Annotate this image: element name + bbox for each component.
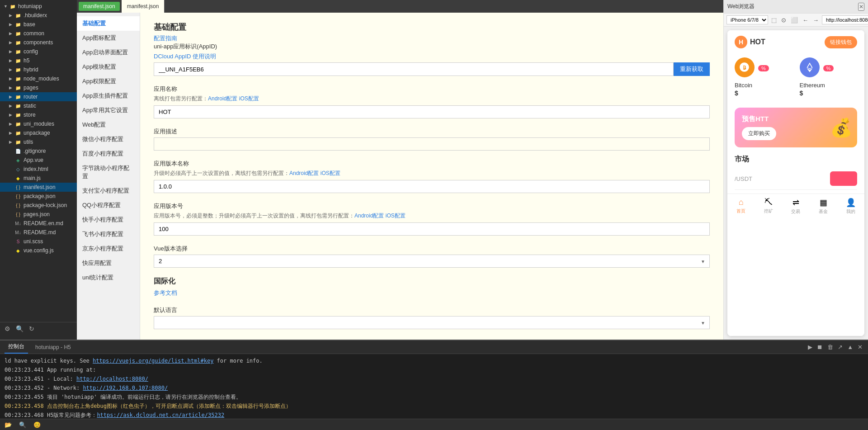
tree-item-router[interactable]: ▶ 📁 router xyxy=(0,92,77,101)
device-select[interactable]: iPhone 6/7/8 iPhone X iPad xyxy=(726,15,768,24)
tree-item-vue-config-js[interactable]: ▶ ◆ vue.config.js xyxy=(0,246,77,255)
console-close-btn[interactable]: ✕ xyxy=(857,343,863,351)
version-ios-link[interactable]: iOS配置 xyxy=(321,170,340,176)
tree-item-manifest-json[interactable]: ▶ { } manifest.json xyxy=(0,183,77,192)
tree-item-app-vue[interactable]: ▶ ◈ App.vue xyxy=(0,156,77,165)
tree-item-base[interactable]: ▶ 📁 base xyxy=(0,20,77,29)
tree-item-config[interactable]: ▶ 📁 config xyxy=(0,47,77,56)
tree-item-h5[interactable]: ▶ 📁 h5 xyxy=(0,56,77,65)
config-nav-item-jd[interactable]: 京东小程序配置 xyxy=(77,241,140,256)
bitcoin-item: % Bitcoin $ xyxy=(735,57,793,97)
browser-close-btn[interactable]: ✕ xyxy=(858,3,864,11)
tab-manifest[interactable]: manifest.json xyxy=(122,0,165,13)
tree-item-hbuilderx[interactable]: ▶ 📁 .hbuilderx xyxy=(0,11,77,20)
appid-link[interactable]: DCloud AppID 使用说明 xyxy=(154,53,216,60)
config-nav-item-alipay[interactable]: 支付宝小程序配置 xyxy=(77,184,140,198)
market-buy-btn[interactable] xyxy=(830,171,857,186)
tree-item-utils[interactable]: ▶ 📁 utils xyxy=(0,137,77,146)
browser-back-btn[interactable]: ← xyxy=(801,16,810,24)
tree-item-uni-scss[interactable]: ▶ S uni.scss xyxy=(0,237,77,246)
console-tab[interactable]: 控制台 xyxy=(5,340,28,354)
config-nav-item-permissions[interactable]: App权限配置 xyxy=(77,74,140,89)
nav-item-profile[interactable]: 👤 我的 xyxy=(837,198,864,215)
toolbar-search-bottom-btn[interactable]: 🔍 xyxy=(17,421,28,429)
filetree-settings-btn[interactable]: ⚙ xyxy=(4,324,11,333)
tree-item-gitignore[interactable]: ▶ 📄 .gitignore xyxy=(0,146,77,156)
appid-label: uni-app应用标识(AppID) xyxy=(154,43,710,51)
appdesc-input[interactable] xyxy=(154,137,710,151)
i18n-link[interactable]: 参考文档 xyxy=(154,289,177,296)
config-nav-item-basic[interactable]: 基础配置 xyxy=(77,16,140,31)
console-link-faq[interactable]: https://ask.dcloud.net.cn/article/35232 xyxy=(97,412,224,418)
config-nav-item-feishu[interactable]: 飞书小程序配置 xyxy=(77,227,140,241)
appversion-label: 应用版本名称 xyxy=(154,160,710,168)
tree-item-main-js[interactable]: ▶ ◆ main.js xyxy=(0,174,77,183)
config-nav-item-web[interactable]: Web配置 xyxy=(77,118,140,132)
tree-item-index-html[interactable]: ▶ ◇ index.html xyxy=(0,165,77,174)
config-nav-item-wechat[interactable]: 微信小程序配置 xyxy=(77,132,140,146)
console-collapse-btn[interactable]: ▲ xyxy=(846,343,854,351)
console-link-local[interactable]: http://localhost:8080/ xyxy=(76,376,148,382)
appname-input[interactable] xyxy=(154,105,710,118)
config-nav-item-qq[interactable]: QQ小程序配置 xyxy=(77,198,140,213)
console-external-btn[interactable]: ↗ xyxy=(837,343,844,351)
tree-root[interactable]: ▼ 📁 hotuniapp xyxy=(0,2,77,11)
console-run-btn[interactable]: ▶ xyxy=(807,343,813,351)
appversion-input[interactable] xyxy=(154,180,710,193)
url-bar[interactable] xyxy=(822,15,868,24)
connect-wallet-btn[interactable]: 链接钱包 xyxy=(825,36,857,48)
tree-item-components[interactable]: ▶ 📁 components xyxy=(0,38,77,47)
browser-inspect-btn[interactable]: ⊙ xyxy=(780,16,788,24)
version-android-link[interactable]: Android配置 xyxy=(289,170,319,176)
config-nav-item-app-icon[interactable]: App图标配置 xyxy=(77,31,140,45)
filetree-refresh-btn[interactable]: ↻ xyxy=(28,324,35,333)
tree-item-readme-en[interactable]: ▶ M↓ README.en.md xyxy=(0,219,77,228)
nav-item-home[interactable]: ⌂ 首页 xyxy=(727,198,755,215)
toolbar-emoji-btn[interactable]: 😊 xyxy=(32,421,42,429)
vcode-ios-link[interactable]: iOS配置 xyxy=(386,213,406,219)
appname-ios-link[interactable]: iOS配置 xyxy=(239,95,259,102)
config-nav-item-modules[interactable]: App模块配置 xyxy=(77,60,140,74)
filetree-search-btn[interactable]: 🔍 xyxy=(15,324,24,333)
nav-item-fund[interactable]: ▦ 基金 xyxy=(810,198,837,215)
appversioncode-input[interactable] xyxy=(154,222,710,236)
browser-device-btn[interactable]: ⬜ xyxy=(789,16,799,24)
config-nav-item-bytedance[interactable]: 字节跳动小程序配置 xyxy=(77,161,140,184)
console-link-0[interactable]: https://vuejs.org/guide/list.html#key xyxy=(93,358,213,364)
browser-forward-btn[interactable]: → xyxy=(811,16,820,24)
toolbar-file-btn[interactable]: 📂 xyxy=(3,421,14,429)
config-nav-item-quickapp[interactable]: 快应用配置 xyxy=(77,256,140,270)
banner-buy-btn[interactable]: 立即购买 xyxy=(742,127,776,140)
tree-item-store[interactable]: ▶ 📁 store xyxy=(0,110,77,119)
config-subtitle-link[interactable]: 配置指南 xyxy=(154,35,177,42)
config-nav-item-splash[interactable]: App启动界面配置 xyxy=(77,45,140,60)
tree-item-package-lock-json[interactable]: ▶ { } package-lock.json xyxy=(0,201,77,210)
vue-version-select[interactable]: 2 3 xyxy=(154,255,710,268)
config-nav-item-app-other[interactable]: App常用其它设置 xyxy=(77,103,140,118)
tree-item-static[interactable]: ▶ 📁 static xyxy=(0,101,77,110)
tree-item-node-modules[interactable]: ▶ 📁 node_modules xyxy=(0,74,77,83)
config-nav-item-uni-stats[interactable]: uni统计配置 xyxy=(77,270,140,285)
tree-item-package-json[interactable]: ▶ { } package.json xyxy=(0,192,77,201)
console-link-network[interactable]: http://192.168.0.107:8080/ xyxy=(83,385,168,391)
tree-item-pages[interactable]: ▶ 📁 pages xyxy=(0,83,77,92)
vcode-android-link[interactable]: Android配置 xyxy=(354,213,384,219)
config-nav-item-kuaishou[interactable]: 快手小程序配置 xyxy=(77,213,140,227)
nav-item-mining[interactable]: ⛏ 挖矿 xyxy=(755,198,783,215)
tree-item-common[interactable]: ▶ 📁 common xyxy=(0,29,77,38)
appid-refresh-btn[interactable]: 重新获取 xyxy=(674,62,710,76)
tree-item-unpackage[interactable]: ▶ 📁 unpackage xyxy=(0,128,77,137)
tree-item-readme[interactable]: ▶ M↓ README.md xyxy=(0,228,77,237)
tree-item-pages-json[interactable]: ▶ { } pages.json xyxy=(0,210,77,219)
tree-item-hybrid[interactable]: ▶ 📁 hybrid xyxy=(0,65,77,74)
defaultlang-select[interactable] xyxy=(154,316,710,329)
console-clear-btn[interactable]: 🗑 xyxy=(826,343,834,351)
appid-input[interactable] xyxy=(154,62,674,76)
config-nav-item-baidu[interactable]: 百度小程序配置 xyxy=(77,146,140,161)
browser-screenshot-btn[interactable]: ⬚ xyxy=(770,16,778,24)
appname-android-link[interactable]: Android配置 xyxy=(208,95,237,102)
config-nav-item-native-plugins[interactable]: App原生插件配置 xyxy=(77,89,140,103)
console-stop-btn[interactable]: ⏹ xyxy=(816,343,824,351)
tree-item-uni-modules[interactable]: ▶ 📁 uni_modules xyxy=(0,119,77,128)
nav-item-trade[interactable]: ⇌ 交易 xyxy=(782,198,810,215)
